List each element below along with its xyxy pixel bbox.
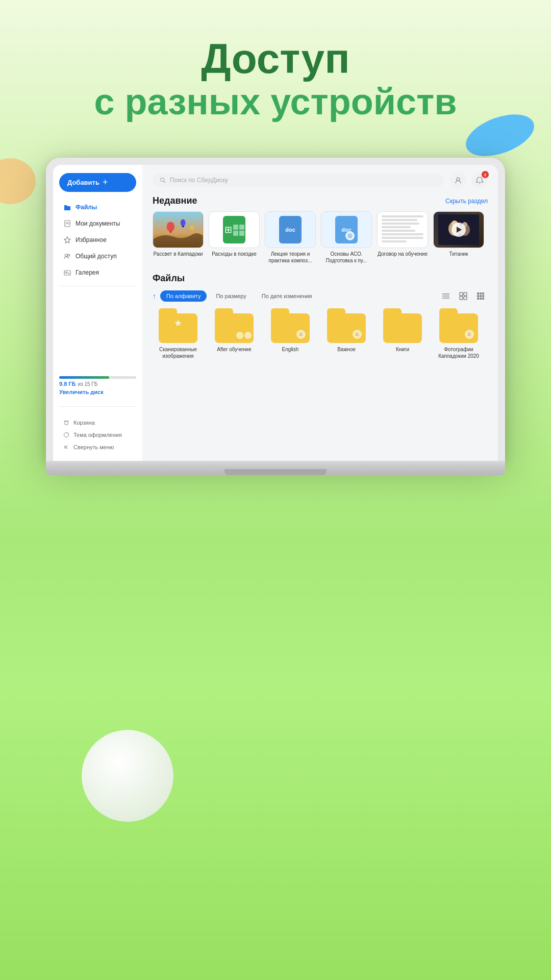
folder-icon (63, 203, 71, 211)
folder-badges (236, 332, 252, 339)
sidebar-item-trash[interactable]: Корзина (59, 417, 136, 428)
add-button[interactable]: Добавить + (59, 173, 136, 192)
svg-point-13 (457, 178, 460, 181)
svg-rect-44 (480, 295, 482, 297)
tiles-view-button[interactable] (473, 289, 488, 303)
files-section-header: Файлы (153, 273, 488, 284)
sidebar-item-gallery[interactable]: Галерея (59, 265, 136, 280)
play-overlay (452, 223, 466, 237)
add-button-label: Добавить (67, 179, 99, 186)
svg-point-5 (68, 254, 70, 256)
svg-point-16 (167, 222, 175, 232)
recent-label-spreadsheet: Расходы в поездке (212, 251, 257, 257)
recent-item-textdoc[interactable]: Договор на обучение (377, 211, 428, 264)
laptop-base (46, 461, 505, 475)
svg-line-12 (164, 181, 166, 183)
folder-badge-english: ⊙ (296, 330, 306, 339)
recent-label-photo: Рассвет в Каппадоки (154, 251, 203, 257)
text-line-6 (382, 233, 423, 235)
recent-thumb-doc2: doc (321, 211, 372, 248)
sidebar-item-files[interactable]: Файлы (59, 200, 136, 214)
sidebar-collapse-label: Свернуть меню (73, 444, 114, 450)
sidebar: Добавить + Файлы Мои доку (53, 165, 142, 461)
recent-thumb-photo (153, 211, 204, 248)
recent-label-doc2: Основы АСО. Подготовка к пу... (321, 251, 372, 264)
add-icon: + (103, 177, 108, 188)
sidebar-item-mydocs[interactable]: Мои документы (59, 216, 136, 231)
sidebar-item-theme[interactable]: Тема оформления (59, 429, 136, 440)
folder-body: ★ (159, 313, 197, 343)
laptop-screen-outer: Добавить + Файлы Мои доку (46, 158, 505, 461)
recent-title: Недавние (153, 195, 197, 206)
search-bar[interactable]: Поиск по СберДиску (153, 173, 444, 187)
upgrade-button[interactable]: Увеличить диск (59, 389, 136, 395)
folder-important[interactable]: ⊙ Важное (321, 308, 372, 359)
grid-view-button[interactable] (456, 289, 470, 303)
svg-rect-38 (460, 297, 463, 300)
list-view-button[interactable] (439, 289, 453, 303)
svg-point-4 (65, 254, 68, 257)
folder-icon-important: ⊙ (326, 308, 367, 343)
user-profile-button[interactable] (450, 172, 466, 188)
sort-tab-alpha[interactable]: По алфавиту (160, 290, 207, 302)
hero-title-line1: Доступ (0, 36, 551, 82)
badge-circle-2 (244, 332, 252, 339)
folder-body-important: ⊙ (327, 313, 366, 343)
svg-rect-23 (233, 231, 238, 236)
sort-tab-date[interactable]: По дате изменения (256, 290, 318, 302)
doc-icon-1: doc (279, 216, 302, 243)
svg-point-7 (66, 272, 67, 274)
folder-books[interactable]: Книги (377, 308, 428, 359)
sidebar-label-favorites: Избранное (76, 236, 107, 243)
folder-icon-books (382, 308, 423, 343)
storage-bar-fill (59, 376, 109, 379)
svg-rect-37 (464, 292, 467, 296)
svg-marker-3 (64, 237, 70, 243)
main-content: Поиск по СберДиску 2 (142, 165, 498, 461)
folder-icon-english: ⊙ (270, 308, 311, 343)
text-line-5 (382, 230, 415, 232)
svg-rect-46 (477, 298, 479, 300)
folder-star-icon: ★ (174, 317, 182, 329)
sidebar-item-collapse[interactable]: Свернуть меню (59, 442, 136, 453)
notifications-button[interactable]: 2 (471, 172, 488, 188)
folder-scanned[interactable]: ★ Сканированные изображения (153, 308, 204, 359)
folder-label-scanned: Сканированные изображения (153, 346, 204, 359)
sidebar-item-shared[interactable]: Общий доступ (59, 249, 136, 263)
sidebar-item-favorites[interactable]: Избранное (59, 233, 136, 247)
folder-photos-kap[interactable]: ⊙ Фотографии Каппадокии 2020 (433, 308, 484, 359)
laptop-screen-inner: Добавить + Файлы Мои доку (53, 165, 498, 461)
spreadsheet-icon (223, 216, 245, 243)
folder-after[interactable]: After обучение (209, 308, 260, 359)
text-doc-preview (378, 211, 428, 248)
text-line-3 (382, 223, 419, 225)
folder-english[interactable]: ⊙ English (265, 308, 316, 359)
header-icons: 2 (450, 172, 488, 188)
text-line-4 (382, 226, 411, 228)
storage-bar-bg (59, 376, 136, 379)
recent-item-spreadsheet[interactable]: Расходы в поездке (209, 211, 260, 264)
svg-rect-17 (169, 231, 171, 233)
folder-label-photos: Фотографии Каппадокии 2020 (433, 346, 484, 359)
folder-icon-photos: ⊙ (438, 308, 479, 343)
recent-label-doc1: Лекция теория и практика композ... (265, 251, 316, 264)
sidebar-trash-label: Корзина (73, 420, 95, 426)
svg-rect-40 (477, 292, 479, 295)
play-icon (457, 227, 462, 233)
recent-item-doc1[interactable]: doc Лекция теория и практика композ... (265, 211, 316, 264)
sort-tab-size[interactable]: По размеру (210, 290, 252, 302)
folder-label-after: After обучение (217, 346, 251, 353)
recent-item-photo[interactable]: Рассвет в Каппадоки (153, 211, 204, 264)
sidebar-divider (59, 286, 136, 286)
hide-section-button[interactable]: Скрыть раздел (445, 198, 488, 205)
folder-body-photos: ⊙ (439, 313, 478, 343)
user-icon (454, 176, 462, 184)
recent-label-video: Титаник (449, 251, 468, 257)
sidebar-label-gallery: Галерея (76, 269, 99, 276)
recent-grid: Рассвет в Каппадоки Расходы в поездке (153, 211, 488, 264)
text-line-2 (382, 219, 417, 221)
recent-thumb-video (433, 211, 484, 248)
recent-item-doc2[interactable]: doc Основы АСО. Подготовка к пу... (321, 211, 372, 264)
folder-body-english: ⊙ (271, 313, 310, 343)
recent-item-video[interactable]: Титаник (433, 211, 484, 264)
